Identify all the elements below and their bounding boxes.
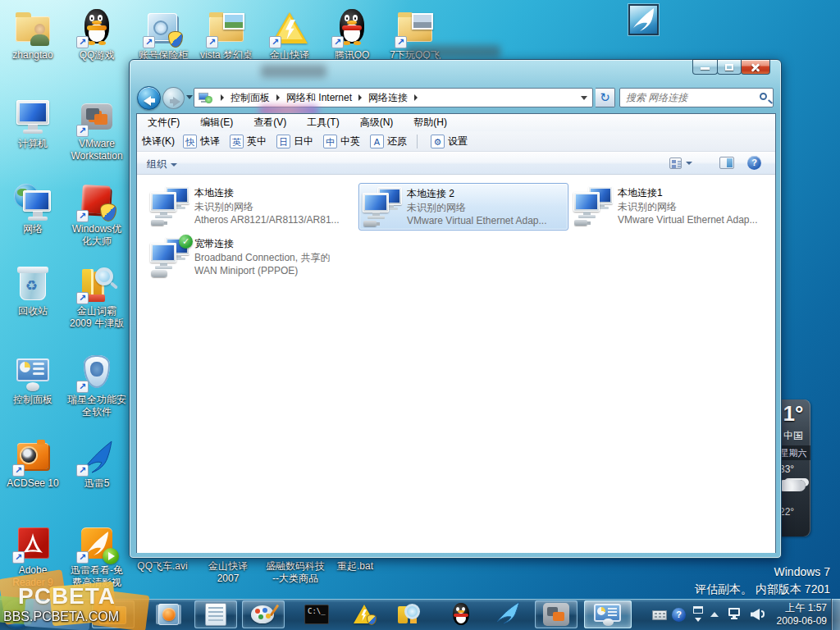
shortcut-arrow-icon: ↗ [206, 36, 218, 48]
desktop-icon-network[interactable]: 网络 [1, 182, 65, 235]
fastait-quick-key[interactable]: 快 [183, 135, 197, 148]
qq-icon [450, 603, 472, 626]
desktop-icon-account-safe[interactable]: ↗ 账号保险柜 [131, 8, 195, 62]
fastait-menu[interactable]: 快译(K) [142, 135, 175, 148]
desktop-icon-adobe-reader[interactable]: ↗ Adobe Reader 9 [8, 523, 57, 589]
network-location-icon [198, 91, 212, 104]
desktop-icon-shengrong[interactable]: 盛融数码科技 --大类商品 [264, 560, 326, 585]
menu-file[interactable]: 文件(F) [148, 116, 180, 130]
language-dropdown-icon[interactable] [695, 618, 701, 622]
change-view-button[interactable] [669, 157, 694, 171]
desktop-icon-tencent-qq[interactable]: ↗ 腾讯QQ [320, 8, 384, 62]
taskbar-thunder-button[interactable] [487, 600, 530, 628]
fastait-settings-label[interactable]: 设置 [448, 135, 468, 148]
start-button[interactable] [2, 600, 32, 629]
organize-button[interactable]: 组织 [147, 158, 177, 171]
menu-help[interactable]: 帮助(H) [413, 116, 447, 130]
close-button[interactable] [741, 59, 770, 75]
connection-item-local1[interactable]: 本地连接 未识别的网络 Atheros AR8121/AR8113/AR81..… [147, 183, 357, 231]
desktop-icon-ciba[interactable]: ↗ 金山词霸 2009 牛津版 [65, 264, 129, 330]
fastait-jp-key[interactable]: 日 [276, 135, 290, 148]
desktop-icon-windows-youhua[interactable]: ↗ Windows优化大师 [70, 182, 124, 248]
refresh-button[interactable]: ↻ [596, 88, 615, 107]
desktop-icon-vista-theme[interactable]: ↗ vista 梦幻桌 [194, 8, 258, 62]
fastait-en-key[interactable]: 英 [230, 135, 244, 148]
taskbar-vmware-button[interactable] [535, 600, 578, 628]
desktop-icon-zhangtao[interactable]: zhangtao [1, 8, 65, 62]
fastait-cn-en-label[interactable]: 中英 [340, 135, 360, 148]
connection-item-broadband[interactable]: ✓ 宽带连接 Broadband Connection, 共享的 WAN Min… [147, 234, 357, 281]
menu-tools[interactable]: 工具(T) [307, 116, 339, 130]
shortcut-arrow-icon: ↗ [76, 125, 89, 137]
connection-item-local2-selected[interactable]: 本地连接 2 未识别的网络 VMware Virtual Ethernet Ad… [358, 183, 568, 231]
desktop-icon-thunder5[interactable]: ↗ 迅雷5 [65, 436, 129, 490]
desktop-icon-vmware[interactable]: ↗ VMware Workstation [65, 97, 129, 162]
menu-advanced[interactable]: 高级(N) [360, 116, 394, 130]
taskbar-media-player-button[interactable] [148, 600, 190, 628]
fastait-quick-label[interactable]: 快译 [200, 135, 220, 148]
recent-pages-chevron[interactable] [186, 95, 193, 99]
minimize-button[interactable] [692, 59, 718, 75]
desktop-icon-qq-game[interactable]: ↗ QQ游戏 [65, 8, 129, 62]
shortcut-arrow-icon: ↗ [76, 292, 89, 304]
desktop-icon-xunlei-kankan[interactable]: ↗ 迅雷看看-免费高清影视 [67, 523, 126, 589]
taskbar-control-panel-button[interactable] [584, 600, 632, 628]
breadcrumb-control-panel[interactable]: 控制面板 [230, 91, 271, 105]
taskbar-clock[interactable]: 上午 1:57 2009-06-09 [777, 601, 827, 628]
folder-icon [99, 604, 127, 625]
desktop-icon-kingsoft-2007[interactable]: 金山快译 2007 [197, 560, 259, 585]
taskbar-paint-button[interactable] [242, 600, 285, 628]
desktop-icon-restart-bat[interactable]: 重起.bat [326, 560, 384, 573]
breadcrumb-network-internet[interactable]: 网络和 Internet [285, 91, 353, 105]
desktop-icon-recycle-bin[interactable]: 回收站 [1, 264, 65, 317]
preview-pane-button[interactable] [719, 157, 734, 169]
shortcut-arrow-icon: ↗ [143, 36, 155, 48]
taskbar: C:\_ ? 上午 1:57 2009-06-09 [0, 599, 840, 630]
vmware-icon: ↗ [77, 97, 116, 136]
menu-view[interactable]: 查看(V) [253, 116, 286, 130]
breadcrumb[interactable]: 控制面板 网络和 Internet 网络连接 [194, 88, 593, 107]
media-player-icon [156, 603, 182, 626]
keyboard-tray-icon[interactable] [652, 610, 667, 620]
network-tray-icon[interactable] [728, 608, 740, 616]
rising-shield-icon: ↗ [77, 353, 116, 392]
fastait-restore-label[interactable]: 还原 [387, 135, 407, 148]
taskbar-ciba-button[interactable] [387, 600, 430, 628]
taskbar-cmd-button[interactable]: C:\_ [295, 600, 338, 628]
desktop-icon-acdsee[interactable]: ↗ ACDSee 10 [1, 436, 65, 490]
desktop-icon-kingsoft-fastait[interactable]: ↗ 金山快译 [258, 8, 322, 62]
taskbar-qq-button[interactable] [440, 600, 482, 628]
fastait-settings-icon[interactable]: ⚙ [431, 135, 445, 148]
fastait-restore-key[interactable]: A [370, 135, 384, 148]
desktop-icon-qq-speed-avi[interactable]: QQ飞车.avi [127, 560, 198, 573]
address-dropdown-arrow[interactable] [581, 96, 587, 100]
user-folder-icon [13, 8, 52, 48]
desktop-icon-control-panel[interactable]: 控制面板 [1, 353, 65, 406]
maximize-button[interactable] [717, 59, 742, 75]
taskbar-explorer-button[interactable] [92, 600, 135, 628]
desktop-icon-rising[interactable]: ↗ 瑞星全功能安全软件 [65, 353, 129, 418]
taskbar-notepad-button[interactable] [194, 600, 237, 628]
show-hidden-icons-arrow[interactable] [710, 612, 719, 617]
help-button[interactable]: ? [747, 156, 761, 170]
kankan-icon: ↗ [77, 523, 116, 563]
language-bar-icon[interactable] [693, 606, 703, 614]
fastait-cn-key[interactable]: 中 [323, 135, 337, 148]
thunder-widget[interactable] [628, 4, 659, 35]
search-input[interactable]: 搜索 网络连接 [619, 88, 774, 107]
menu-edit[interactable]: 编辑(E) [200, 116, 233, 130]
volume-tray-icon[interactable] [751, 609, 760, 620]
desktop-icon-computer[interactable]: 计算机 [1, 97, 65, 150]
back-button[interactable] [137, 86, 161, 110]
connection-item-local3[interactable]: 本地连接1 未识别的网络 VMware Virtual Ethernet Ada… [570, 183, 780, 231]
forward-button[interactable] [162, 87, 185, 109]
taskbar-kingsoft-button[interactable] [343, 600, 386, 628]
fastait-jp-cn-label[interactable]: 日中 [294, 135, 313, 148]
show-desktop-button[interactable] [831, 599, 840, 630]
fastait-en-cn-label[interactable]: 英中 [247, 135, 267, 148]
breadcrumb-network-connections[interactable]: 网络连接 [368, 91, 409, 105]
qq-game-icon: ↗ [77, 8, 116, 48]
help-tray-icon[interactable]: ? [672, 608, 686, 622]
optimizer-cube-icon: ↗ [77, 182, 116, 221]
desktop: zhangtao ↗ QQ游戏 ↗ 账号保险柜 ↗ vista 梦幻桌 ↗ 金山… [0, 0, 840, 630]
